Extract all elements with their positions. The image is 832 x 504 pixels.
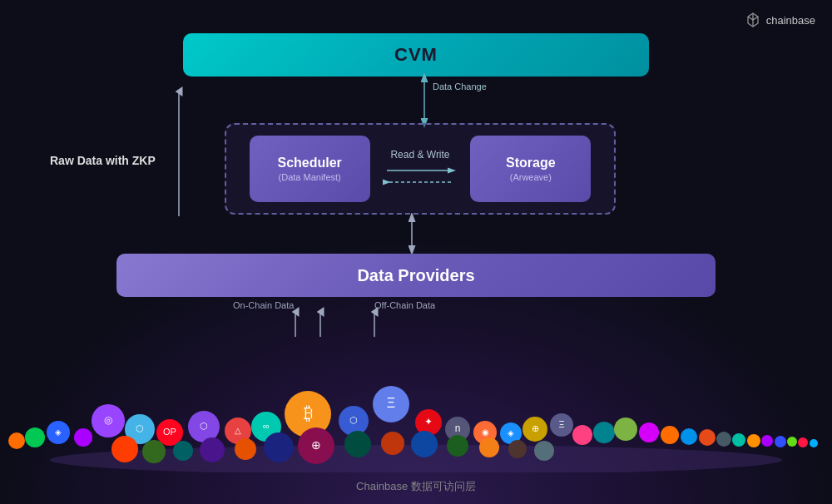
svg-point-64 bbox=[798, 437, 808, 447]
svg-point-58 bbox=[716, 432, 731, 447]
svg-point-59 bbox=[732, 433, 745, 447]
svg-point-52 bbox=[593, 422, 615, 443]
svg-point-68 bbox=[25, 427, 45, 447]
svg-point-84 bbox=[508, 440, 527, 458]
read-write-area: Read & Write bbox=[383, 149, 458, 189]
svg-point-82 bbox=[447, 435, 468, 457]
svg-point-53 bbox=[614, 418, 637, 441]
svg-point-72 bbox=[142, 440, 166, 463]
scheduler-title: Scheduler bbox=[277, 156, 341, 170]
svg-text:⬡: ⬡ bbox=[136, 423, 144, 433]
inner-dashed-box: Scheduler (Data Manifest) Read & Write bbox=[225, 123, 616, 215]
logo-area: chainbase bbox=[745, 12, 815, 28]
svg-point-51 bbox=[572, 425, 592, 445]
svg-text:◎: ◎ bbox=[104, 414, 112, 426]
main-container: chainbase CVM Data Change bbox=[0, 0, 832, 504]
svg-point-56 bbox=[681, 428, 697, 445]
svg-text:◉: ◉ bbox=[482, 427, 489, 437]
svg-point-57 bbox=[699, 429, 716, 446]
svg-point-70 bbox=[74, 428, 92, 447]
svg-text:◈: ◈ bbox=[55, 427, 62, 437]
svg-point-79 bbox=[344, 431, 371, 457]
svg-point-75 bbox=[235, 438, 256, 460]
logo-text: chainbase bbox=[766, 14, 815, 27]
svg-point-54 bbox=[639, 422, 659, 442]
svg-text:⬡: ⬡ bbox=[349, 415, 358, 425]
svg-text:✦: ✦ bbox=[424, 416, 433, 427]
svg-point-71 bbox=[111, 436, 138, 462]
svg-text:Ξ: Ξ bbox=[558, 419, 564, 429]
data-providers-box: Data Providers bbox=[116, 254, 716, 297]
scheduler-subtitle: (Data Manifest) bbox=[279, 172, 341, 182]
svg-point-74 bbox=[200, 437, 225, 462]
scheduler-box: Scheduler (Data Manifest) bbox=[250, 136, 370, 202]
svg-text:∞: ∞ bbox=[263, 421, 270, 431]
svg-text:n: n bbox=[455, 422, 461, 434]
svg-point-85 bbox=[534, 441, 554, 461]
storage-subtitle: (Arweave) bbox=[510, 172, 552, 182]
crypto-icons-area: ₿ Ξ ◎ ⬡ OP ⬡ △ ∞ ⬡ ✦ n ◉ bbox=[0, 306, 832, 472]
svg-point-76 bbox=[264, 432, 294, 462]
svg-point-73 bbox=[173, 441, 193, 461]
svg-text:⊕: ⊕ bbox=[311, 438, 321, 452]
svg-text:⊕: ⊕ bbox=[532, 423, 539, 433]
storage-box: Storage (Arweave) bbox=[470, 136, 591, 202]
svg-point-61 bbox=[761, 435, 773, 447]
svg-text:⬡: ⬡ bbox=[200, 421, 208, 431]
svg-text:△: △ bbox=[235, 426, 241, 435]
chainbase-logo-icon bbox=[745, 12, 761, 28]
read-write-arrows bbox=[383, 164, 458, 189]
cvm-label: CVM bbox=[394, 44, 438, 66]
svg-point-62 bbox=[775, 436, 786, 447]
svg-point-83 bbox=[479, 437, 499, 457]
svg-text:OP: OP bbox=[163, 427, 176, 437]
storage-title: Storage bbox=[506, 156, 556, 170]
data-providers-label: Data Providers bbox=[357, 266, 474, 285]
svg-point-69 bbox=[8, 432, 25, 449]
cvm-box: CVM bbox=[183, 33, 649, 77]
caption: Chainbase 数据可访问层 bbox=[356, 479, 476, 494]
raw-data-label: Raw Data with ZKP bbox=[50, 154, 156, 167]
svg-point-60 bbox=[747, 434, 760, 447]
svg-text:◈: ◈ bbox=[508, 428, 514, 437]
read-write-label: Read & Write bbox=[390, 149, 449, 161]
svg-text:₿: ₿ bbox=[304, 403, 313, 423]
svg-point-65 bbox=[810, 439, 818, 447]
svg-point-81 bbox=[411, 431, 438, 457]
svg-text:Data Change: Data Change bbox=[433, 82, 487, 91]
svg-point-80 bbox=[381, 432, 404, 455]
raw-data-arrow bbox=[158, 83, 225, 250]
svg-point-63 bbox=[787, 437, 797, 447]
svg-text:Ξ: Ξ bbox=[387, 396, 395, 410]
svg-point-55 bbox=[661, 426, 679, 444]
